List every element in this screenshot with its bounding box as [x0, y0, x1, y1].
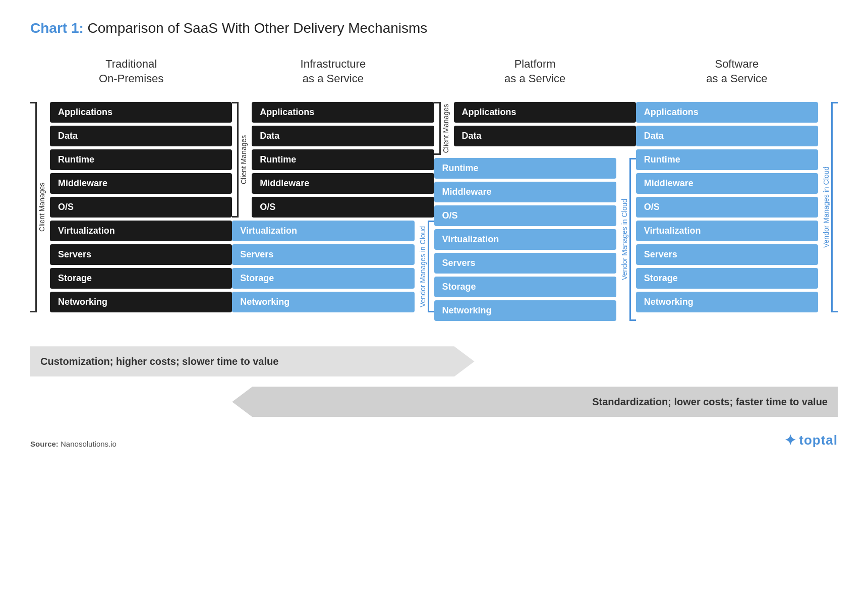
arrow-left-text: Customization; higher costs; slower time… — [40, 356, 278, 367]
paas-client-bracket: Client Manages — [434, 102, 451, 155]
bracket-caps-paas-vendor — [631, 158, 636, 321]
list-item: Middleware — [252, 173, 434, 194]
list-item: Applications — [50, 102, 232, 123]
list-item: Runtime — [434, 158, 616, 179]
bracket-cap-top — [434, 102, 439, 103]
bottom-section: Customization; higher costs; slower time… — [30, 341, 838, 422]
bracket-cap-top — [631, 158, 636, 159]
list-item: Data — [50, 126, 232, 146]
list-item: Applications — [252, 102, 434, 123]
bracket-cap-bottom — [429, 311, 434, 312]
list-item: Networking — [50, 292, 232, 312]
bracket-cap-top — [232, 102, 237, 103]
list-item: Networking — [636, 292, 818, 312]
saas-vendor-section: Applications Data Runtime Middleware O/S… — [636, 102, 838, 312]
list-item: Virtualization — [636, 221, 818, 241]
paas-vendor-rows: Runtime Middleware O/S Virtualization Se… — [434, 158, 616, 321]
iaas-client-bracket: Client Manages — [232, 102, 249, 218]
iaas-sections: Client Manages Applications Data Runtime… — [232, 102, 434, 312]
list-item: O/S — [252, 197, 434, 218]
bracket-caps-paas-client — [434, 102, 439, 155]
client-bracket-traditional: Client Manages — [30, 102, 47, 312]
source-line: Source: Nanosolutions.io ✦ toptal — [30, 432, 838, 449]
chart-container: Chart 1: Comparison of SaaS With Other D… — [30, 20, 838, 449]
list-item: Storage — [434, 277, 616, 297]
list-item: Data — [252, 126, 434, 146]
vendor-manages-label-iaas: Vendor Manages in Cloud — [418, 221, 428, 312]
toptal-icon: ✦ — [784, 432, 796, 449]
iaas-client-rows: Applications Data Runtime Middleware O/S — [252, 102, 434, 218]
list-item: Middleware — [636, 173, 818, 194]
list-item: Networking — [232, 292, 414, 312]
bracket-caps-traditional — [30, 102, 35, 312]
arrow-shape-right: Standardization; lower costs; faster tim… — [232, 387, 838, 417]
col-header-traditional: TraditionalOn-Premises — [99, 51, 163, 92]
list-item: Virtualization — [50, 221, 232, 241]
list-item: O/S — [636, 197, 818, 218]
list-item: Runtime — [50, 149, 232, 170]
columns-wrapper: TraditionalOn-Premises Client Manages Ap… — [30, 51, 838, 321]
paas-sections: Client Manages Applications Data Runtime… — [434, 102, 636, 321]
iaas-vendor-bracket: Vendor Manages in Cloud — [418, 221, 434, 312]
list-item: Servers — [434, 253, 616, 274]
column-traditional: TraditionalOn-Premises Client Manages Ap… — [30, 51, 232, 321]
vendor-manages-label-saas: Vendor Manages in Cloud — [821, 102, 831, 312]
vendor-manages-label-paas: Vendor Manages in Cloud — [619, 158, 629, 321]
paas-client-section: Client Manages Applications Data — [434, 102, 636, 155]
arrow-right: Standardization; lower costs; faster tim… — [232, 387, 838, 417]
toptal-label: toptal — [799, 432, 838, 448]
list-item: Data — [454, 126, 636, 146]
col-header-paas: Platformas a Service — [504, 51, 565, 92]
saas-vendor-bracket: Vendor Manages in Cloud — [821, 102, 838, 312]
list-item: Storage — [50, 268, 232, 289]
bracket-wrapper-traditional: Client Manages Applications Data Runtime… — [30, 102, 232, 312]
list-item: Servers — [50, 244, 232, 265]
chart-title-rest: Comparison of SaaS With Other Delivery M… — [84, 20, 428, 36]
bracket-caps-iaas-client — [232, 102, 237, 218]
bracket-caps-iaas-vendor — [429, 221, 434, 312]
source-value: Nanosolutions.io — [59, 440, 117, 448]
client-manages-label-paas: Client Manages — [441, 102, 451, 155]
list-item: Storage — [636, 268, 818, 289]
bracket-cap-bottom — [631, 319, 636, 321]
column-iaas: Infrastructureas a Service Client Manage… — [232, 51, 434, 321]
source-label: Source: — [30, 440, 59, 448]
column-saas: Softwareas a Service Applications Data R… — [636, 51, 838, 321]
bracket-caps-saas-vendor — [833, 102, 838, 312]
col-header-iaas: Infrastructureas a Service — [301, 51, 366, 92]
iaas-vendor-section: Virtualization Servers Storage Networkin… — [232, 221, 434, 312]
list-item: O/S — [50, 197, 232, 218]
bracket-cap-top — [833, 102, 838, 103]
arrow-left: Customization; higher costs; slower time… — [30, 346, 475, 376]
list-item: Runtime — [636, 149, 818, 170]
bracket-cap-bottom — [434, 153, 439, 155]
paas-vendor-bracket: Vendor Manages in Cloud — [619, 158, 636, 321]
list-item: O/S — [434, 205, 616, 226]
bracket-cap-top — [30, 102, 35, 103]
list-item: Servers — [636, 244, 818, 265]
col-header-saas: Softwareas a Service — [706, 51, 767, 92]
paas-vendor-section: Runtime Middleware O/S Virtualization Se… — [434, 158, 636, 321]
bracket-cap-bottom — [232, 216, 237, 218]
arrow-container: Customization; higher costs; slower time… — [30, 341, 838, 422]
bracket-cap-bottom — [833, 311, 838, 312]
saas-vendor-rows: Applications Data Runtime Middleware O/S… — [636, 102, 818, 312]
chart-title-bold: Chart 1: — [30, 20, 84, 36]
iaas-client-section: Client Manages Applications Data Runtime… — [232, 102, 434, 218]
chart-title: Chart 1: Comparison of SaaS With Other D… — [30, 20, 838, 36]
list-item: Servers — [232, 244, 414, 265]
list-item: Middleware — [434, 182, 616, 202]
list-item: Virtualization — [434, 229, 616, 250]
column-paas: Platformas a Service Client Manages Appl… — [434, 51, 636, 321]
list-item: Runtime — [252, 149, 434, 170]
bracket-cap-bottom — [30, 311, 35, 312]
arrow-shape-left: Customization; higher costs; slower time… — [30, 346, 475, 376]
list-item: Storage — [232, 268, 414, 289]
list-item: Virtualization — [232, 221, 414, 241]
toptal-logo: ✦ toptal — [784, 432, 838, 449]
list-item: Middleware — [50, 173, 232, 194]
list-item: Networking — [434, 300, 616, 321]
client-manages-label-traditional: Client Manages — [37, 102, 47, 312]
client-manages-label-iaas: Client Manages — [239, 102, 249, 218]
arrow-right-text: Standardization; lower costs; faster tim… — [592, 396, 828, 408]
